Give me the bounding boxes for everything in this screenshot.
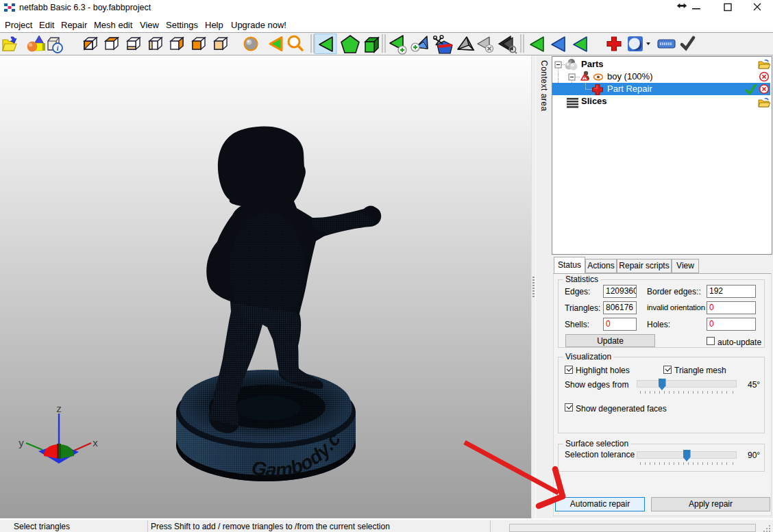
svg-text:x: x <box>93 437 98 448</box>
svg-text:z: z <box>56 403 62 414</box>
svg-text:y: y <box>19 437 24 448</box>
